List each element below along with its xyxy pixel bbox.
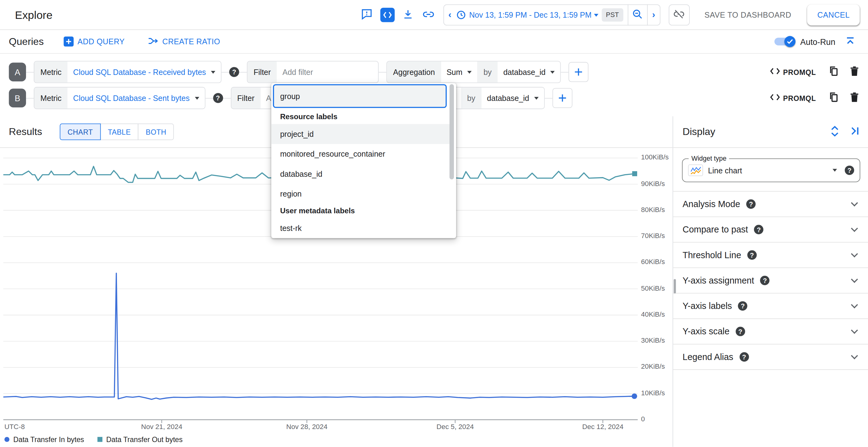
chevron-down-icon [851, 327, 858, 334]
tab-table[interactable]: TABLE [100, 123, 138, 140]
chevron-down-icon [851, 276, 858, 283]
unlink-time-button[interactable] [669, 4, 689, 25]
group-by-select-a[interactable]: database_id [498, 62, 561, 83]
help-icon[interactable] [739, 352, 749, 362]
series-end-marker [632, 171, 637, 176]
display-settings-panel: Display Widget type Line chart Analysis … [673, 116, 868, 447]
section-threshold-line[interactable]: Threshold Line [673, 243, 868, 268]
tab-chart[interactable]: CHART [60, 123, 100, 140]
add-query-button[interactable]: ADD QUERY [60, 36, 128, 47]
duplicate-query-button-a[interactable] [828, 64, 840, 80]
share-link-button[interactable] [421, 7, 436, 23]
promql-button-b[interactable]: PROMQL [767, 93, 819, 103]
create-ratio-button[interactable]: CREATE RATIO [145, 36, 223, 47]
chevron-down-icon [851, 301, 858, 308]
feedback-button[interactable] [359, 7, 375, 23]
query-letter-badge: A [9, 62, 26, 82]
display-heading: Display [683, 126, 715, 138]
top-app-bar: Explore ‹ Nov 13, 1:59 PM - Dec 13, 1:59… [0, 0, 868, 30]
help-icon[interactable] [754, 225, 764, 234]
widget-type-help-icon[interactable] [845, 166, 854, 175]
cancel-button[interactable]: CANCEL [807, 4, 860, 25]
save-to-dashboard-button[interactable]: SAVE TO DASHBOARD [701, 10, 795, 20]
widget-type-select[interactable]: Widget type Line chart [682, 158, 860, 182]
x-axis-tick-label: Nov 21, 2024 [128, 423, 195, 431]
tab-both[interactable]: BOTH [138, 123, 174, 140]
filter-input-a[interactable]: Add filter [277, 62, 319, 83]
duplicate-query-button-b[interactable] [828, 90, 840, 106]
feedback-icon [361, 8, 373, 22]
series-end-marker [631, 393, 637, 399]
metric-value-b[interactable]: Cloud SQL Database - Sent bytes [73, 93, 189, 102]
section-label: Analysis Mode [683, 199, 740, 209]
metric-value-a[interactable]: Cloud SQL Database - Received bytes [73, 67, 206, 77]
queries-toolbar: Queries ADD QUERY CREATE RATIO Auto-Run [0, 30, 868, 54]
group-by-select-b[interactable]: database_id [482, 88, 544, 109]
help-icon[interactable] [760, 276, 770, 285]
metrics-explorer-page: Explore ‹ Nov 13, 1:59 PM - Dec 13, 1:59… [0, 0, 868, 447]
date-range-back-button[interactable]: ‹ [444, 9, 456, 21]
legend-marker [4, 437, 9, 442]
section-y-axis-assignment[interactable]: Y-axis assignment [673, 268, 868, 294]
delete-query-button-a[interactable] [848, 64, 860, 80]
dropdown-item-test-rk[interactable]: test-rk [271, 218, 451, 238]
help-icon[interactable] [736, 327, 745, 336]
dropdown-item-monitored_resource_container[interactable]: monitored_resource_container [271, 144, 451, 164]
metric-field-a[interactable]: Metric Cloud SQL Database - Received byt… [34, 61, 222, 83]
aggregation-select-a[interactable]: Sum [441, 62, 477, 83]
dropdown-item-region[interactable]: region [271, 184, 451, 204]
expand-sections-button[interactable] [829, 124, 840, 140]
copy-icon [829, 66, 839, 78]
dropdown-caret-icon [211, 70, 215, 73]
date-range-caret-icon [594, 13, 598, 17]
help-icon[interactable] [746, 199, 756, 209]
add-group-by-button-b[interactable] [552, 88, 572, 108]
dropdown-section-header: Resource labels [280, 110, 337, 124]
metric-help-icon[interactable] [213, 93, 223, 103]
filter-field-a[interactable]: Filter Add filter [247, 61, 379, 83]
legend-item[interactable]: Data Transfer In bytes [4, 435, 84, 444]
metric-help-icon[interactable] [229, 67, 239, 77]
legend-label: Data Transfer Out bytes [106, 435, 183, 444]
timezone-badge[interactable]: PST [601, 8, 623, 22]
date-range-value[interactable]: Nov 13, 1:59 PM - Dec 13, 1:59 PM [469, 10, 591, 20]
topbar-actions: ‹ Nov 13, 1:59 PM - Dec 13, 1:59 PM PST … [359, 0, 860, 30]
section-analysis-mode[interactable]: Analysis Mode [673, 191, 868, 217]
queries-heading: Queries [9, 36, 44, 47]
chevron-down-icon [851, 250, 858, 258]
legend-item[interactable]: Data Transfer Out bytes [97, 435, 183, 444]
metric-field-b[interactable]: Metric Cloud SQL Database - Sent bytes [34, 87, 205, 109]
widget-type-label: Widget type [688, 154, 729, 162]
code-view-button[interactable] [380, 7, 395, 23]
dropdown-section-header: User metadata labels [280, 204, 355, 218]
zoom-out-time-button[interactable] [628, 7, 647, 23]
add-group-by-button-a[interactable] [569, 62, 589, 82]
help-icon[interactable] [738, 301, 747, 310]
dropdown-item-project_id[interactable]: project_id [271, 124, 451, 144]
date-range-forward-button[interactable]: › [648, 9, 660, 21]
promql-button-a[interactable]: PROMQL [767, 67, 819, 77]
create-ratio-icon [148, 36, 158, 47]
toggle-check-icon [784, 36, 795, 47]
download-button[interactable] [400, 7, 415, 23]
trash-icon [849, 92, 859, 104]
collapse-queries-button[interactable] [843, 34, 858, 49]
filter-text-input[interactable]: group [273, 84, 447, 108]
dropdown-item-database_id[interactable]: database_id [271, 164, 451, 184]
chevron-down-icon [851, 352, 858, 359]
dropdown-scrollbar[interactable] [450, 84, 454, 180]
section-label: Y-axis assignment [683, 275, 754, 286]
section-y-axis-scale[interactable]: Y-axis scale [673, 319, 868, 344]
section-legend-alias[interactable]: Legend Alias [673, 345, 868, 370]
timezone-axis-label: UTC-8 [4, 423, 25, 431]
delete-query-button-b[interactable] [848, 90, 860, 106]
section-y-axis-labels[interactable]: Y-axis labels [673, 294, 868, 319]
collapse-panel-button[interactable] [849, 124, 860, 140]
help-icon[interactable] [747, 250, 756, 260]
section-compare-to-past[interactable]: Compare to past [673, 217, 868, 242]
panel-scrollbar[interactable] [674, 279, 676, 294]
y-axis-tick-label: 0 [641, 415, 645, 423]
y-axis-tick-label: 100KiB/s [641, 153, 669, 161]
auto-run-toggle[interactable] [774, 38, 793, 46]
page-title: Explore [15, 0, 52, 30]
